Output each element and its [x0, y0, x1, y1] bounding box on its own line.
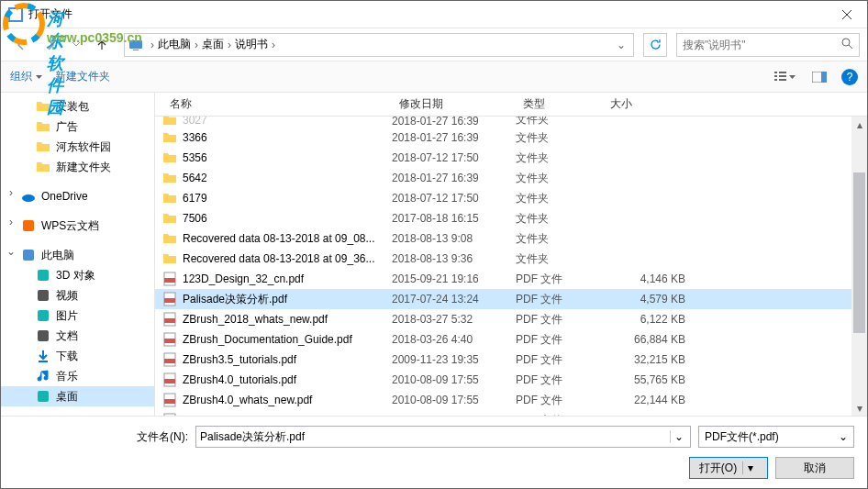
sidebar-item[interactable]: 图片	[1, 306, 154, 326]
cancel-button[interactable]: 取消	[775, 457, 854, 479]
svg-rect-17	[23, 250, 34, 261]
file-date: 2018-07-12 17:50	[392, 192, 516, 205]
scrollbar-vertical[interactable]: ▴ ▾	[851, 117, 867, 416]
file-row[interactable]: 3366 2018-01-27 16:39 文件夹	[155, 128, 851, 148]
file-type-filter[interactable]: PDF文件(*.pdf) ⌄	[698, 426, 854, 448]
toolbar: 组织 新建文件夹 ?	[1, 61, 867, 93]
file-row[interactable]: 123D_Design_32_cn.pdf 2015-09-21 19:16 P…	[155, 269, 851, 289]
titlebar: 打开文件	[1, 1, 867, 28]
sidebar-item[interactable]: 安装包	[1, 96, 154, 117]
scroll-thumb[interactable]	[853, 172, 865, 333]
preview-pane-button[interactable]	[807, 66, 832, 88]
sidebar-item[interactable]: OneDrive	[1, 186, 154, 206]
svg-point-6	[842, 39, 850, 46]
search-box[interactable]	[676, 33, 860, 57]
help-button[interactable]: ?	[841, 69, 858, 85]
file-name: 6179	[183, 192, 207, 205]
file-type: 文件夹	[516, 251, 603, 267]
scroll-down-button[interactable]: ▾	[851, 400, 867, 416]
nav-back-button[interactable]	[8, 32, 34, 58]
breadcrumb-dropdown[interactable]: ⌄	[613, 39, 629, 51]
sidebar-item[interactable]: 广告	[1, 117, 154, 137]
organize-button[interactable]: 组织	[10, 69, 42, 84]
file-row[interactable]: ZBrush4.0_whats_new.pdf 2010-08-09 17:55…	[155, 390, 851, 410]
tree-arrow-icon[interactable]: ›	[6, 186, 16, 199]
filename-dropdown[interactable]: ⌄	[670, 430, 686, 443]
file-type: PDF 文件	[516, 393, 603, 408]
file-name: 123D_Design_32_cn.pdf	[183, 272, 304, 285]
sidebar-item[interactable]: 文档	[1, 326, 154, 346]
sidebar-item[interactable]: 下载	[1, 346, 154, 366]
sidebar-item-label: 3D 对象	[56, 268, 95, 283]
file-type: 文件夹	[516, 117, 603, 128]
pc-icon	[128, 38, 143, 52]
file-size: 55,765 KB	[603, 373, 713, 386]
sidebar-item[interactable]: 音乐	[1, 366, 154, 386]
close-button[interactable]	[826, 1, 867, 28]
open-dropdown[interactable]: ▾	[742, 461, 758, 474]
svg-rect-28	[164, 318, 175, 323]
tree-arrow-icon[interactable]: ⌄	[6, 245, 16, 258]
bc-seg-desktop[interactable]: 桌面	[202, 37, 224, 52]
tree-arrow-icon[interactable]: ›	[6, 216, 16, 228]
sidebar-item[interactable]: 桌面	[1, 386, 154, 406]
search-icon[interactable]	[841, 38, 853, 52]
nav-history-button[interactable]	[67, 42, 85, 47]
file-date: 2010-08-09 17:55	[392, 373, 516, 386]
filename-combobox[interactable]: ⌄	[195, 426, 691, 448]
file-type: PDF 文件	[516, 372, 603, 388]
filename-input[interactable]	[200, 430, 670, 443]
file-list[interactable]: 3027 2018-01-27 16:39 文件夹 3366 2018-01-2…	[155, 117, 851, 416]
file-row[interactable]: Recovered data 08-13-2018 at 09_08... 20…	[155, 228, 851, 249]
file-row[interactable]: 5642 2018-01-27 16:39 文件夹	[155, 168, 851, 188]
preview-pane-icon	[812, 72, 827, 83]
svg-rect-8	[774, 75, 777, 77]
scroll-track[interactable]	[851, 132, 867, 400]
file-row[interactable]: 5356 2018-07-12 17:50 文件夹	[155, 148, 851, 168]
view-button[interactable]	[772, 66, 797, 88]
col-header-date[interactable]: 修改日期	[392, 96, 516, 112]
file-row[interactable]: Recovered data 08-13-2018 at 09_36... 20…	[155, 249, 851, 269]
scroll-up-button[interactable]: ▴	[851, 117, 867, 132]
file-type: PDF 文件	[516, 292, 603, 307]
file-name: ZBrush_2018_whats_new.pdf	[183, 313, 328, 326]
svg-rect-4	[129, 40, 142, 49]
file-row[interactable]: Palisade决策分析.pdf 2017-07-24 13:24 PDF 文件…	[155, 289, 851, 309]
file-name: Recovered data 08-13-2018 at 09_36...	[183, 252, 374, 265]
help-icon: ?	[847, 71, 853, 83]
sidebar-item[interactable]: 3D 对象	[1, 265, 154, 285]
nav-forward-button[interactable]	[38, 32, 63, 58]
new-folder-button[interactable]: 新建文件夹	[55, 69, 110, 84]
nav-up-button[interactable]	[89, 32, 115, 58]
col-header-type[interactable]: 类型	[516, 96, 603, 112]
bc-seg-folder[interactable]: 说明书	[235, 37, 268, 52]
file-name: 7506	[183, 212, 207, 225]
file-name: 5642	[183, 172, 207, 184]
breadcrumb[interactable]: › 此电脑 › 桌面 › 说明书 › ⌄	[124, 33, 634, 57]
search-input[interactable]	[683, 39, 841, 51]
refresh-button[interactable]	[643, 33, 667, 57]
file-row[interactable]: ZBrush_Documentation_Guide.pdf 2018-03-2…	[155, 329, 851, 350]
svg-rect-26	[164, 298, 175, 303]
svg-rect-9	[774, 79, 777, 81]
file-row[interactable]: 7506 2017-08-18 16:15 文件夹	[155, 208, 851, 228]
file-row[interactable]: 3027 2018-01-27 16:39 文件夹	[155, 117, 851, 128]
col-header-name[interactable]: 名称	[162, 96, 392, 112]
sidebar-item[interactable]: 视频	[1, 285, 154, 306]
sidebar-item[interactable]: WPS云文档	[1, 216, 154, 236]
sidebar-item[interactable]: 此电脑	[1, 245, 154, 265]
sidebar-item[interactable]: 新建文件夹	[1, 157, 154, 177]
file-name: 3027	[183, 117, 207, 127]
sidebar-item-label: 视频	[56, 288, 78, 304]
sidebar-item[interactable]: 河东软件园	[1, 137, 154, 157]
file-row[interactable]: ZBrush_2018_whats_new.pdf 2018-03-27 5:3…	[155, 309, 851, 329]
chevron-down-icon	[72, 42, 80, 47]
open-button[interactable]: 打开(O) ▾	[689, 457, 768, 479]
nav-bar: › 此电脑 › 桌面 › 说明书 › ⌄	[1, 28, 867, 61]
file-row[interactable]: ZBrush4.0_tutorials.pdf 2010-08-09 17:55…	[155, 370, 851, 390]
bc-seg-thispc[interactable]: 此电脑	[158, 37, 191, 52]
svg-rect-30	[164, 339, 175, 343]
file-row[interactable]: ZBrush3.5_tutorials.pdf 2009-11-23 19:35…	[155, 350, 851, 370]
file-row[interactable]: 6179 2018-07-12 17:50 文件夹	[155, 188, 851, 208]
col-header-size[interactable]: 大小	[603, 96, 713, 112]
